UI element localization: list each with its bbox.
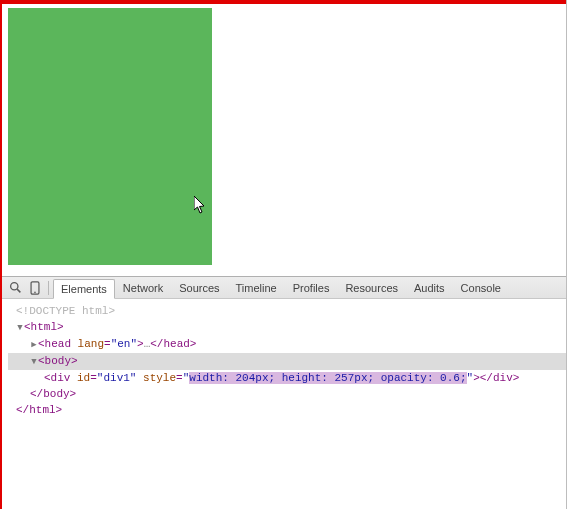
div1-rendered-box [8, 8, 212, 265]
devtools-toolbar: ElementsNetworkSourcesTimelineProfilesRe… [2, 277, 566, 299]
dom-html-close[interactable]: </html> [8, 402, 566, 418]
tab-console[interactable]: Console [453, 278, 509, 298]
dom-body-close[interactable]: </body> [8, 386, 566, 402]
dom-html-open[interactable]: ▼<html> [8, 319, 566, 336]
toolbar-separator [48, 281, 49, 295]
dom-head[interactable]: ▶<head lang="en">…</head> [8, 336, 566, 353]
expand-arrow-icon[interactable]: ▼ [16, 320, 24, 336]
svg-point-0 [10, 283, 17, 290]
tab-profiles[interactable]: Profiles [285, 278, 338, 298]
devtools-tabs: ElementsNetworkSourcesTimelineProfilesRe… [53, 278, 509, 298]
tab-sources[interactable]: Sources [171, 278, 227, 298]
tab-network[interactable]: Network [115, 278, 171, 298]
collapse-arrow-icon[interactable]: ▶ [30, 337, 38, 353]
page-viewport [2, 4, 566, 276]
tab-timeline[interactable]: Timeline [228, 278, 285, 298]
tab-elements[interactable]: Elements [53, 279, 115, 299]
search-icon[interactable] [6, 279, 24, 297]
dom-tree[interactable]: <!DOCTYPE html> ▼<html> ▶<head lang="en"… [2, 299, 566, 418]
dom-doctype[interactable]: <!DOCTYPE html> [8, 303, 566, 319]
svg-point-3 [34, 291, 36, 293]
expand-arrow-icon[interactable]: ▼ [30, 354, 38, 370]
device-icon[interactable] [26, 279, 44, 297]
tab-resources[interactable]: Resources [337, 278, 406, 298]
dom-div1[interactable]: <div id="div1" style="width: 204px; heig… [8, 370, 566, 386]
svg-line-1 [17, 289, 20, 292]
tab-audits[interactable]: Audits [406, 278, 453, 298]
devtools-panel: ElementsNetworkSourcesTimelineProfilesRe… [2, 276, 566, 418]
dom-body-open[interactable]: ▼<body> [8, 353, 566, 370]
